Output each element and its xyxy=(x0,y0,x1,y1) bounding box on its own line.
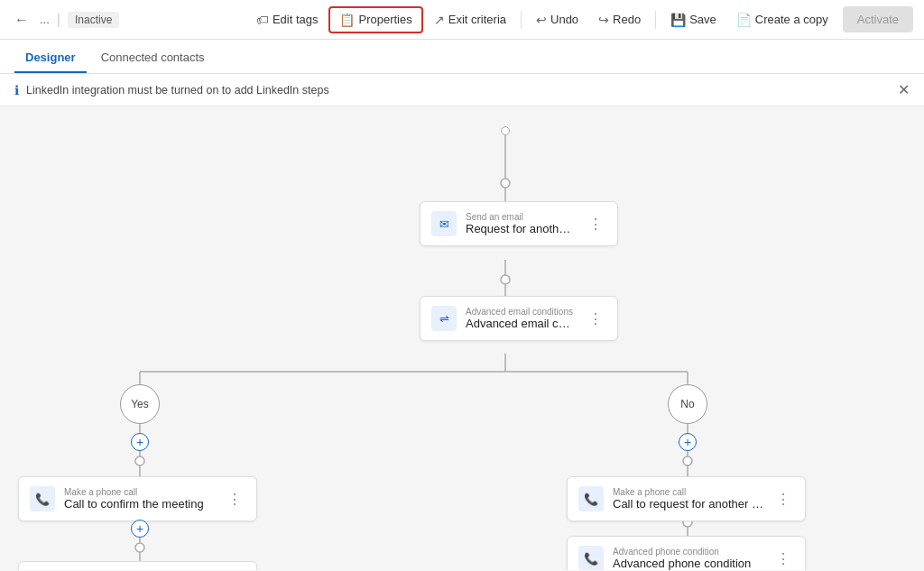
call-request-content: Make a phone call Call to request for an… xyxy=(613,487,763,511)
advanced-email-label: Advanced email conditions xyxy=(466,307,576,317)
advanced-email-node[interactable]: ⇌ Advanced email conditions Advanced ema… xyxy=(420,296,618,341)
tabbar: Designer Connected contacts xyxy=(0,40,924,74)
redo-icon: ↪ xyxy=(598,13,609,27)
svg-point-1 xyxy=(501,179,510,188)
info-banner: ℹ LinkedIn integration must be turned on… xyxy=(0,74,924,106)
advanced-phone-title: Advanced phone condition xyxy=(613,557,763,570)
share-meeting-node[interactable]: ✔ Complete a task Share meeting details … xyxy=(18,561,257,570)
edit-tags-button[interactable]: 🏷 Edit tags xyxy=(247,7,328,32)
email-icon: ✉ xyxy=(431,211,457,236)
phone-condition-icon: 📞 xyxy=(578,546,604,570)
call-request-menu[interactable]: ⋮ xyxy=(772,489,794,510)
send-email-label: Send an email xyxy=(466,212,576,222)
save-icon: 💾 xyxy=(670,13,686,27)
advanced-phone-menu[interactable]: ⋮ xyxy=(772,548,794,569)
call-confirm-label: Make a phone call xyxy=(64,487,215,497)
info-icon: ℹ xyxy=(14,83,19,97)
advanced-phone-label: Advanced phone condition xyxy=(613,547,763,557)
call-confirm-menu[interactable]: ⋮ xyxy=(224,489,245,510)
send-email-content: Send an email Request for another meetin… xyxy=(466,212,576,235)
advanced-email-menu[interactable]: ⋮ xyxy=(585,309,606,329)
svg-point-4 xyxy=(501,275,510,284)
properties-button[interactable]: 📋 Properties xyxy=(328,6,422,33)
exit-criteria-icon: ↗ xyxy=(434,13,445,27)
phone-icon-request: 📞 xyxy=(578,486,604,511)
breadcrumb: ... xyxy=(40,13,50,26)
call-confirm-title: Call to confirm the meeting xyxy=(64,497,215,511)
close-banner-button[interactable]: ✕ xyxy=(898,81,910,98)
undo-button[interactable]: ↩ Undo xyxy=(527,7,587,32)
advanced-email-title: Advanced email conditions xyxy=(466,317,576,330)
tag-icon: 🏷 xyxy=(256,13,269,27)
phone-icon-confirm: 📞 xyxy=(30,486,55,511)
divider2 xyxy=(655,11,656,29)
tab-designer[interactable]: Designer xyxy=(14,43,87,73)
exit-criteria-button[interactable]: ↗ Exit criteria xyxy=(425,7,515,32)
save-button[interactable]: 💾 Save xyxy=(661,7,725,32)
svg-point-17 xyxy=(135,543,144,552)
undo-icon: ↩ xyxy=(536,13,547,27)
toolbar: ← ... | Inactive 🏷 Edit tags 📋 Propertie… xyxy=(0,0,924,40)
yes-add-button-2[interactable]: + xyxy=(131,520,149,538)
call-request-node[interactable]: 📞 Make a phone call Call to request for … xyxy=(567,476,806,521)
banner-message: LinkedIn integration must be turned on t… xyxy=(26,84,329,97)
separator: | xyxy=(57,12,60,28)
condition-icon: ⇌ xyxy=(431,306,457,331)
no-decision-node: No xyxy=(668,384,707,424)
svg-point-25 xyxy=(683,456,692,465)
advanced-phone-content: Advanced phone condition Advanced phone … xyxy=(613,547,763,570)
canvas-inner: ✉ Send an email Request for another meet… xyxy=(0,106,924,570)
send-email-title: Request for another meeting xyxy=(466,222,576,235)
back-button[interactable]: ← xyxy=(11,8,32,32)
call-request-title: Call to request for another meeting xyxy=(613,497,763,511)
svg-point-13 xyxy=(135,456,144,465)
status-badge: Inactive xyxy=(68,12,119,28)
tab-connected-contacts[interactable]: Connected contacts xyxy=(90,43,216,73)
advanced-email-content: Advanced email conditions Advanced email… xyxy=(466,307,576,330)
yes-decision-node: Yes xyxy=(120,384,160,424)
create-copy-button[interactable]: 📄 Create a copy xyxy=(727,7,837,32)
copy-icon: 📄 xyxy=(736,13,752,27)
call-request-label: Make a phone call xyxy=(613,487,763,497)
toolbar-left: ← ... | Inactive xyxy=(11,8,244,32)
send-email-node[interactable]: ✉ Send an email Request for another meet… xyxy=(420,201,618,246)
advanced-phone-node[interactable]: 📞 Advanced phone condition Advanced phon… xyxy=(567,536,806,570)
send-email-menu[interactable]: ⋮ xyxy=(585,214,606,235)
yes-add-button[interactable]: + xyxy=(131,433,149,451)
top-connector-dot xyxy=(501,126,510,135)
call-confirm-content: Make a phone call Call to confirm the me… xyxy=(64,487,215,511)
canvas[interactable]: ✉ Send an email Request for another meet… xyxy=(0,106,924,570)
no-add-button[interactable]: + xyxy=(679,433,697,451)
toolbar-actions: 🏷 Edit tags 📋 Properties ↗ Exit criteria… xyxy=(247,6,913,33)
redo-button[interactable]: ↪ Redo xyxy=(589,7,650,32)
divider xyxy=(521,11,522,29)
activate-button[interactable]: Activate xyxy=(843,6,913,32)
call-confirm-node[interactable]: 📞 Make a phone call Call to confirm the … xyxy=(18,476,257,521)
properties-icon: 📋 xyxy=(339,13,355,27)
